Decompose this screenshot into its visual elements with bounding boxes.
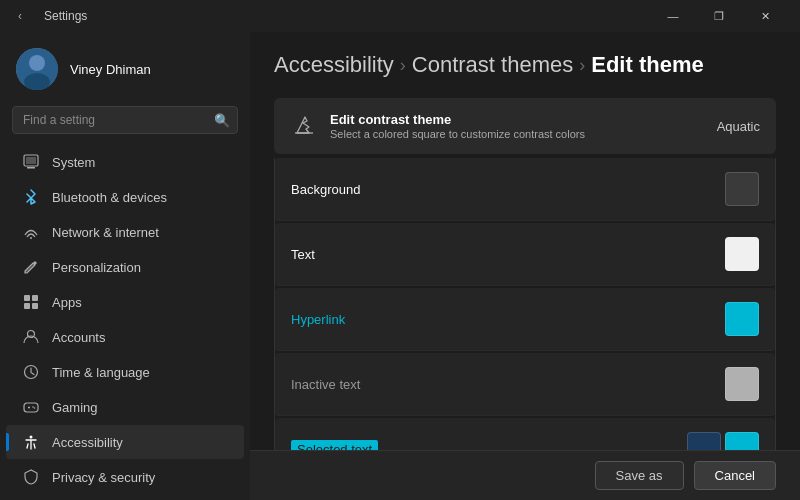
user-profile[interactable]: Viney Dhiman bbox=[0, 32, 250, 102]
search-input[interactable] bbox=[12, 106, 238, 134]
sidebar-item-apps[interactable]: Apps bbox=[6, 285, 244, 319]
accounts-icon bbox=[22, 328, 40, 346]
breadcrumb-sep-2: › bbox=[579, 55, 585, 76]
background-swatches bbox=[725, 172, 759, 206]
close-button[interactable]: ✕ bbox=[742, 0, 788, 32]
breadcrumb-contrast-themes[interactable]: Contrast themes bbox=[412, 52, 573, 78]
hyperlink-swatches bbox=[725, 302, 759, 336]
back-button[interactable]: ‹ bbox=[12, 8, 28, 24]
svg-rect-7 bbox=[24, 295, 30, 301]
sidebar: Viney Dhiman 🔍 System Bluetooth & device… bbox=[0, 32, 250, 500]
theme-editor-header: Edit contrast theme Select a colored squ… bbox=[274, 98, 776, 154]
svg-point-18 bbox=[30, 436, 33, 439]
accessibility-icon bbox=[22, 433, 40, 451]
theme-icon bbox=[290, 112, 318, 140]
selected-text-swatches bbox=[687, 432, 759, 450]
svg-point-17 bbox=[34, 407, 36, 409]
user-name: Viney Dhiman bbox=[70, 62, 151, 77]
selected-text-swatch-bg[interactable] bbox=[687, 432, 721, 450]
svg-point-6 bbox=[30, 237, 32, 239]
sidebar-item-system-label: System bbox=[52, 155, 95, 170]
sidebar-item-network[interactable]: Network & internet bbox=[6, 215, 244, 249]
sidebar-item-bluetooth[interactable]: Bluetooth & devices bbox=[6, 180, 244, 214]
titlebar: ‹ Settings — ❐ ✕ bbox=[0, 0, 800, 32]
breadcrumb: Accessibility › Contrast themes › Edit t… bbox=[274, 52, 776, 78]
theme-name: Aquatic bbox=[717, 119, 760, 134]
theme-editor-subtitle: Select a colored square to customize con… bbox=[330, 128, 585, 140]
sidebar-item-windows-update[interactable]: Windows Update bbox=[6, 495, 244, 500]
color-rows: Background Text Hyperlink bbox=[274, 158, 776, 450]
sidebar-item-privacy[interactable]: Privacy & security bbox=[6, 460, 244, 494]
network-icon bbox=[22, 223, 40, 241]
sidebar-item-time[interactable]: Time & language bbox=[6, 355, 244, 389]
system-icon bbox=[22, 153, 40, 171]
footer: Save as Cancel bbox=[250, 450, 800, 500]
sidebar-item-accounts-label: Accounts bbox=[52, 330, 105, 345]
maximize-button[interactable]: ❐ bbox=[696, 0, 742, 32]
sidebar-item-accessibility-label: Accessibility bbox=[52, 435, 123, 450]
sidebar-item-accessibility[interactable]: Accessibility bbox=[6, 425, 244, 459]
sidebar-item-time-label: Time & language bbox=[52, 365, 150, 380]
main-content: Accessibility › Contrast themes › Edit t… bbox=[250, 32, 800, 450]
sidebar-item-apps-label: Apps bbox=[52, 295, 82, 310]
hyperlink-label[interactable]: Hyperlink bbox=[291, 312, 345, 327]
avatar bbox=[16, 48, 58, 90]
text-swatch[interactable] bbox=[725, 237, 759, 271]
privacy-icon bbox=[22, 468, 40, 486]
personalization-icon bbox=[22, 258, 40, 276]
minimize-button[interactable]: — bbox=[650, 0, 696, 32]
theme-header-text: Edit contrast theme Select a colored squ… bbox=[330, 112, 585, 140]
svg-rect-10 bbox=[32, 303, 38, 309]
sidebar-item-accounts[interactable]: Accounts bbox=[6, 320, 244, 354]
inactive-text-row: Inactive text bbox=[275, 353, 775, 416]
sidebar-item-network-label: Network & internet bbox=[52, 225, 159, 240]
sidebar-item-gaming[interactable]: Gaming bbox=[6, 390, 244, 424]
background-swatch[interactable] bbox=[725, 172, 759, 206]
apps-icon bbox=[22, 293, 40, 311]
sidebar-item-personalization[interactable]: Personalization bbox=[6, 250, 244, 284]
breadcrumb-accessibility[interactable]: Accessibility bbox=[274, 52, 394, 78]
sidebar-item-system[interactable]: System bbox=[6, 145, 244, 179]
sidebar-nav: System Bluetooth & devices Network & int… bbox=[0, 144, 250, 500]
app-body: Viney Dhiman 🔍 System Bluetooth & device… bbox=[0, 32, 800, 500]
window-controls: — ❐ ✕ bbox=[650, 0, 788, 32]
hyperlink-row: Hyperlink bbox=[275, 288, 775, 351]
svg-rect-4 bbox=[27, 167, 35, 169]
theme-editor-title: Edit contrast theme bbox=[330, 112, 585, 127]
text-row: Text bbox=[275, 223, 775, 286]
inactive-text-label: Inactive text bbox=[291, 377, 360, 392]
text-label: Text bbox=[291, 247, 315, 262]
gaming-icon bbox=[22, 398, 40, 416]
sidebar-item-privacy-label: Privacy & security bbox=[52, 470, 155, 485]
theme-header-left: Edit contrast theme Select a colored squ… bbox=[290, 112, 585, 140]
inactive-text-swatches bbox=[725, 367, 759, 401]
background-row: Background bbox=[275, 158, 775, 221]
breadcrumb-sep-1: › bbox=[400, 55, 406, 76]
bluetooth-icon bbox=[22, 188, 40, 206]
svg-point-1 bbox=[29, 55, 45, 71]
selected-text-swatch-fg[interactable] bbox=[725, 432, 759, 450]
save-as-button[interactable]: Save as bbox=[595, 461, 684, 490]
breadcrumb-edit-theme: Edit theme bbox=[591, 52, 703, 78]
titlebar-title: Settings bbox=[44, 9, 87, 23]
text-swatches bbox=[725, 237, 759, 271]
search-icon: 🔍 bbox=[214, 113, 230, 128]
selected-text-row: Selected text bbox=[275, 418, 775, 450]
selected-text-label: Selected text bbox=[291, 440, 378, 451]
cancel-button[interactable]: Cancel bbox=[694, 461, 776, 490]
sidebar-item-personalization-label: Personalization bbox=[52, 260, 141, 275]
sidebar-item-gaming-label: Gaming bbox=[52, 400, 98, 415]
sidebar-item-bluetooth-label: Bluetooth & devices bbox=[52, 190, 167, 205]
svg-rect-9 bbox=[24, 303, 30, 309]
time-icon bbox=[22, 363, 40, 381]
svg-rect-8 bbox=[32, 295, 38, 301]
svg-rect-5 bbox=[26, 157, 36, 164]
svg-rect-13 bbox=[24, 403, 38, 412]
search-container: 🔍 bbox=[12, 106, 238, 134]
hyperlink-swatch[interactable] bbox=[725, 302, 759, 336]
inactive-text-swatch[interactable] bbox=[725, 367, 759, 401]
titlebar-left: ‹ Settings bbox=[12, 8, 87, 24]
background-label: Background bbox=[291, 182, 360, 197]
svg-point-16 bbox=[32, 406, 34, 408]
